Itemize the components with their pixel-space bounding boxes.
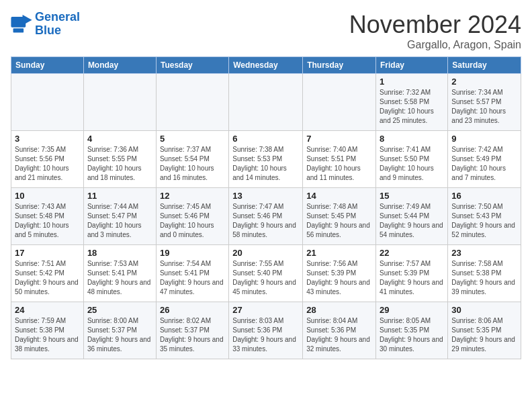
- day-number: 26: [160, 305, 225, 315]
- day-number: 18: [87, 248, 152, 258]
- day-number: 4: [87, 134, 152, 144]
- calendar-day-cell: 4Sunrise: 7:36 AM Sunset: 5:55 PM Daylig…: [83, 131, 156, 188]
- day-info: Sunrise: 7:35 AM Sunset: 5:56 PM Dayligh…: [15, 145, 80, 183]
- weekday-header-cell: Wednesday: [229, 57, 303, 74]
- day-number: 30: [451, 305, 517, 315]
- calendar-day-cell: [303, 74, 376, 131]
- weekday-header-cell: Sunday: [11, 57, 84, 74]
- day-number: 5: [160, 134, 225, 144]
- calendar-day-cell: 17Sunrise: 7:51 AM Sunset: 5:42 PM Dayli…: [11, 245, 84, 302]
- weekday-header-cell: Friday: [376, 57, 448, 74]
- calendar-table: SundayMondayTuesdayWednesdayThursdayFrid…: [11, 56, 521, 359]
- day-number: 12: [160, 191, 225, 201]
- day-info: Sunrise: 8:04 AM Sunset: 5:36 PM Dayligh…: [306, 316, 372, 354]
- day-info: Sunrise: 7:43 AM Sunset: 5:48 PM Dayligh…: [15, 202, 80, 240]
- day-info: Sunrise: 7:42 AM Sunset: 5:49 PM Dayligh…: [451, 145, 517, 183]
- title-block: November 2024 Gargallo, Aragon, Spain: [349, 11, 521, 51]
- day-number: 25: [87, 305, 152, 315]
- month-title: November 2024: [349, 11, 521, 39]
- calendar-day-cell: 30Sunrise: 8:06 AM Sunset: 5:35 PM Dayli…: [448, 302, 521, 359]
- day-info: Sunrise: 7:51 AM Sunset: 5:42 PM Dayligh…: [15, 259, 80, 297]
- calendar-day-cell: 3Sunrise: 7:35 AM Sunset: 5:56 PM Daylig…: [11, 131, 84, 188]
- day-number: 10: [15, 191, 80, 201]
- day-info: Sunrise: 7:55 AM Sunset: 5:40 PM Dayligh…: [232, 259, 299, 297]
- calendar-day-cell: 22Sunrise: 7:57 AM Sunset: 5:39 PM Dayli…: [376, 245, 448, 302]
- day-number: 2: [451, 77, 517, 87]
- day-info: Sunrise: 7:53 AM Sunset: 5:41 PM Dayligh…: [87, 259, 152, 297]
- calendar-day-cell: 25Sunrise: 8:00 AM Sunset: 5:37 PM Dayli…: [83, 302, 156, 359]
- day-number: 22: [380, 248, 444, 258]
- day-number: 28: [306, 305, 372, 315]
- day-info: Sunrise: 8:06 AM Sunset: 5:35 PM Dayligh…: [451, 316, 517, 354]
- location-title: Gargallo, Aragon, Spain: [349, 39, 521, 51]
- weekday-header-cell: Saturday: [448, 57, 521, 74]
- day-info: Sunrise: 7:38 AM Sunset: 5:53 PM Dayligh…: [232, 145, 299, 183]
- day-info: Sunrise: 7:58 AM Sunset: 5:38 PM Dayligh…: [451, 259, 517, 297]
- calendar-day-cell: 16Sunrise: 7:50 AM Sunset: 5:43 PM Dayli…: [448, 188, 521, 245]
- calendar-day-cell: [11, 74, 84, 131]
- day-number: 24: [15, 305, 80, 315]
- day-number: 3: [15, 134, 80, 144]
- calendar-day-cell: 24Sunrise: 7:59 AM Sunset: 5:38 PM Dayli…: [11, 302, 84, 359]
- day-info: Sunrise: 7:32 AM Sunset: 5:58 PM Dayligh…: [380, 88, 444, 126]
- logo-icon: [11, 15, 32, 34]
- day-info: Sunrise: 8:00 AM Sunset: 5:37 PM Dayligh…: [87, 316, 152, 354]
- day-number: 7: [306, 134, 372, 144]
- day-number: 21: [306, 248, 372, 258]
- day-number: 17: [15, 248, 80, 258]
- day-info: Sunrise: 7:57 AM Sunset: 5:39 PM Dayligh…: [380, 259, 444, 297]
- day-info: Sunrise: 7:59 AM Sunset: 5:38 PM Dayligh…: [15, 316, 80, 354]
- calendar-day-cell: [229, 74, 303, 131]
- day-number: 16: [451, 191, 517, 201]
- calendar-day-cell: 28Sunrise: 8:04 AM Sunset: 5:36 PM Dayli…: [303, 302, 376, 359]
- day-info: Sunrise: 7:41 AM Sunset: 5:50 PM Dayligh…: [380, 145, 444, 183]
- svg-marker-1: [23, 15, 32, 26]
- calendar-day-cell: 1Sunrise: 7:32 AM Sunset: 5:58 PM Daylig…: [376, 74, 448, 131]
- svg-rect-2: [13, 28, 24, 32]
- weekday-header-cell: Tuesday: [156, 57, 228, 74]
- day-number: 6: [232, 134, 299, 144]
- day-number: 8: [380, 134, 444, 144]
- logo: General Blue: [11, 11, 80, 38]
- day-number: 19: [160, 248, 225, 258]
- day-info: Sunrise: 7:36 AM Sunset: 5:55 PM Dayligh…: [87, 145, 152, 183]
- calendar-week-row: 17Sunrise: 7:51 AM Sunset: 5:42 PM Dayli…: [11, 245, 521, 302]
- calendar-week-row: 1Sunrise: 7:32 AM Sunset: 5:58 PM Daylig…: [11, 74, 521, 131]
- calendar-week-row: 24Sunrise: 7:59 AM Sunset: 5:38 PM Dayli…: [11, 302, 521, 359]
- day-info: Sunrise: 7:34 AM Sunset: 5:57 PM Dayligh…: [451, 88, 517, 126]
- day-info: Sunrise: 8:02 AM Sunset: 5:37 PM Dayligh…: [160, 316, 225, 354]
- calendar-day-cell: 14Sunrise: 7:48 AM Sunset: 5:45 PM Dayli…: [303, 188, 376, 245]
- day-info: Sunrise: 7:48 AM Sunset: 5:45 PM Dayligh…: [306, 202, 372, 240]
- day-info: Sunrise: 7:54 AM Sunset: 5:41 PM Dayligh…: [160, 259, 225, 297]
- day-number: 29: [380, 305, 444, 315]
- day-info: Sunrise: 7:45 AM Sunset: 5:46 PM Dayligh…: [160, 202, 225, 240]
- calendar-day-cell: 12Sunrise: 7:45 AM Sunset: 5:46 PM Dayli…: [156, 188, 228, 245]
- calendar-day-cell: 8Sunrise: 7:41 AM Sunset: 5:50 PM Daylig…: [376, 131, 448, 188]
- calendar-day-cell: 11Sunrise: 7:44 AM Sunset: 5:47 PM Dayli…: [83, 188, 156, 245]
- day-number: 23: [451, 248, 517, 258]
- calendar-day-cell: 20Sunrise: 7:55 AM Sunset: 5:40 PM Dayli…: [229, 245, 303, 302]
- day-number: 27: [232, 305, 299, 315]
- day-number: 14: [306, 191, 372, 201]
- weekday-header-row: SundayMondayTuesdayWednesdayThursdayFrid…: [11, 57, 521, 74]
- calendar-week-row: 3Sunrise: 7:35 AM Sunset: 5:56 PM Daylig…: [11, 131, 521, 188]
- day-number: 13: [232, 191, 299, 201]
- calendar-week-row: 10Sunrise: 7:43 AM Sunset: 5:48 PM Dayli…: [11, 188, 521, 245]
- calendar-day-cell: 2Sunrise: 7:34 AM Sunset: 5:57 PM Daylig…: [448, 74, 521, 131]
- calendar-day-cell: 27Sunrise: 8:03 AM Sunset: 5:36 PM Dayli…: [229, 302, 303, 359]
- calendar-day-cell: 10Sunrise: 7:43 AM Sunset: 5:48 PM Dayli…: [11, 188, 84, 245]
- calendar-body: 1Sunrise: 7:32 AM Sunset: 5:58 PM Daylig…: [11, 74, 521, 359]
- logo-text: General Blue: [35, 11, 80, 38]
- day-info: Sunrise: 8:03 AM Sunset: 5:36 PM Dayligh…: [232, 316, 299, 354]
- calendar-day-cell: 13Sunrise: 7:47 AM Sunset: 5:46 PM Dayli…: [229, 188, 303, 245]
- calendar-day-cell: 19Sunrise: 7:54 AM Sunset: 5:41 PM Dayli…: [156, 245, 228, 302]
- weekday-header-cell: Thursday: [303, 57, 376, 74]
- day-info: Sunrise: 7:37 AM Sunset: 5:54 PM Dayligh…: [160, 145, 225, 183]
- day-info: Sunrise: 7:44 AM Sunset: 5:47 PM Dayligh…: [87, 202, 152, 240]
- day-info: Sunrise: 7:56 AM Sunset: 5:39 PM Dayligh…: [306, 259, 372, 297]
- day-info: Sunrise: 8:05 AM Sunset: 5:35 PM Dayligh…: [380, 316, 444, 354]
- day-info: Sunrise: 7:40 AM Sunset: 5:51 PM Dayligh…: [306, 145, 372, 183]
- day-number: 11: [87, 191, 152, 201]
- calendar-day-cell: 9Sunrise: 7:42 AM Sunset: 5:49 PM Daylig…: [448, 131, 521, 188]
- day-number: 15: [380, 191, 444, 201]
